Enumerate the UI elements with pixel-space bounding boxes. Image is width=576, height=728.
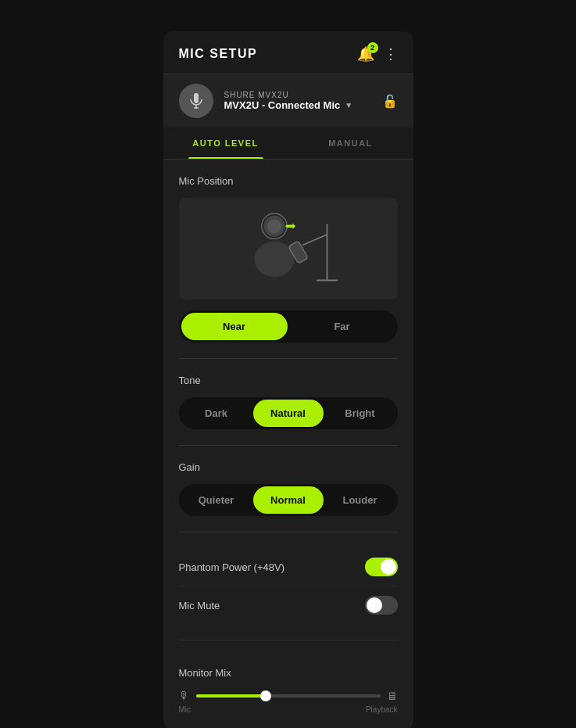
notification-bell[interactable]: 🔔 2	[357, 45, 374, 63]
svg-rect-0	[194, 93, 199, 103]
mic-illustration	[179, 198, 398, 299]
app-container: MIC SETUP 🔔 2 ⋮ SHURE MVX2U MVX2U - Conn…	[163, 31, 413, 728]
tone-bright-button[interactable]: Bright	[325, 400, 395, 427]
svg-marker-7	[292, 224, 295, 229]
mic-position-far-button[interactable]: Far	[289, 313, 395, 340]
mic-mute-label: Mic Mute	[179, 600, 220, 611]
divider-4	[179, 640, 398, 640]
slider-label-playback: Playback	[366, 705, 398, 714]
content-area: Mic Position	[163, 160, 413, 728]
tone-natural-button[interactable]: Natural	[253, 400, 324, 427]
device-dropdown-arrow[interactable]: ▼	[345, 101, 352, 109]
svg-point-5	[267, 219, 281, 233]
device-name-row: MVX2U - Connected Mic ▼	[224, 99, 371, 111]
tone-section: Tone Dark Natural Bright	[179, 375, 398, 429]
phantom-power-toggle[interactable]	[365, 558, 398, 576]
device-info: SHURE MVX2U MVX2U - Connected Mic ▼	[224, 91, 371, 111]
tab-bar: AUTO LEVEL MANUAL	[163, 127, 413, 160]
header-icons: 🔔 2 ⋮	[357, 45, 398, 63]
device-icon	[187, 91, 206, 110]
slider-labels: Mic Playback	[179, 705, 398, 714]
tone-selector: Dark Natural Bright	[179, 397, 398, 429]
gain-selector: Quieter Normal Louder	[179, 484, 398, 516]
mic-illustration-svg	[218, 202, 359, 296]
playback-slider-icon: 🖥	[387, 690, 398, 702]
page-title: MIC SETUP	[179, 47, 258, 61]
slider-label-mic: Mic	[179, 705, 191, 714]
gain-label: Gain	[179, 461, 398, 473]
more-menu-icon[interactable]: ⋮	[384, 45, 398, 63]
notification-badge: 2	[367, 42, 378, 53]
device-avatar	[179, 84, 213, 118]
phantom-power-knob	[381, 559, 396, 575]
slider-thumb[interactable]	[260, 690, 271, 701]
monitor-mix-slider-row: 🎙 🖥	[179, 690, 398, 702]
mic-mute-row: Mic Mute	[179, 586, 398, 624]
slider-fill	[196, 694, 267, 698]
gain-quieter-button[interactable]: Quieter	[181, 486, 252, 514]
divider-2	[179, 445, 398, 446]
divider-1	[179, 358, 398, 359]
divider-3	[179, 532, 398, 533]
mic-mute-toggle[interactable]	[365, 596, 398, 615]
mic-slider-icon: 🎙	[179, 690, 190, 702]
device-name: MVX2U - Connected Mic	[224, 99, 341, 111]
gain-section: Gain Quieter Normal Louder	[179, 461, 398, 516]
mic-position-section: Mic Position	[179, 175, 398, 342]
mic-position-near-button[interactable]: Near	[181, 313, 288, 340]
svg-point-8	[254, 242, 293, 277]
tab-manual[interactable]: MANUAL	[288, 127, 413, 159]
svg-line-12	[302, 235, 327, 246]
monitor-mix-section: Monitor Mix 🎙 🖥 Mic Playback	[179, 656, 398, 714]
header: MIC SETUP 🔔 2 ⋮	[163, 31, 413, 74]
mic-position-label: Mic Position	[179, 175, 398, 187]
device-bar: SHURE MVX2U MVX2U - Connected Mic ▼ 🔓	[163, 74, 413, 127]
mic-mute-knob	[367, 597, 382, 613]
device-brand: SHURE MVX2U	[224, 91, 371, 99]
tone-label: Tone	[179, 375, 398, 386]
phantom-power-label: Phantom Power (+48V)	[179, 561, 284, 573]
lock-icon[interactable]: 🔓	[382, 94, 398, 109]
mic-position-selector: Near Far	[179, 310, 398, 342]
slider-track	[196, 694, 381, 698]
monitor-mix-slider[interactable]	[196, 694, 381, 698]
gain-normal-button[interactable]: Normal	[253, 486, 324, 514]
monitor-mix-label: Monitor Mix	[179, 667, 398, 679]
phantom-power-row: Phantom Power (+48V)	[179, 548, 398, 586]
tab-auto-level[interactable]: AUTO LEVEL	[163, 127, 288, 159]
gain-louder-button[interactable]: Louder	[325, 486, 395, 514]
tone-dark-button[interactable]: Dark	[181, 400, 252, 427]
